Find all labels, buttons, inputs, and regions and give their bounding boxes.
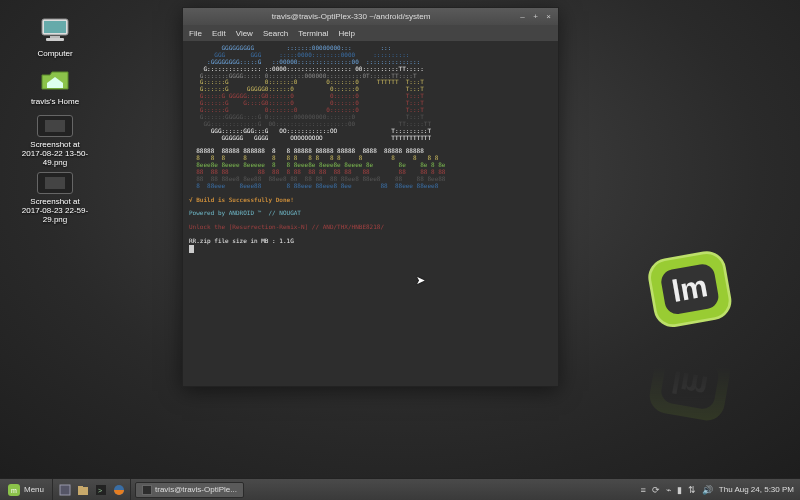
svg-rect-14 (78, 486, 83, 488)
desktop-icon-label: Computer (20, 49, 90, 58)
firefox-icon[interactable] (111, 482, 126, 497)
desktop-icon-screenshot-1[interactable]: Screenshot at 2017-08-22 13-50-49.png (20, 115, 90, 168)
menu-edit[interactable]: Edit (212, 29, 226, 38)
build-success-line: √ Build is Successfully Done! (189, 196, 294, 203)
taskbar: m Menu > travis@travis-OptiPle... ≡ ⟳ ⌁ … (0, 478, 800, 500)
terminal-window[interactable]: travis@travis-OptiPlex-330 ~/android/sys… (182, 7, 559, 387)
menu-search[interactable]: Search (263, 29, 288, 38)
home-folder-icon (39, 62, 71, 94)
svg-rect-13 (78, 487, 88, 495)
svg-rect-2 (50, 36, 60, 38)
desktop-icon-label: travis's Home (20, 97, 90, 106)
svg-rect-1 (44, 21, 66, 33)
linux-mint-logo: lm (645, 245, 735, 335)
desktop-icon-label: Screenshot at 2017-08-23 22-59-29.png (20, 197, 90, 225)
svg-text:>: > (98, 487, 102, 494)
files-icon[interactable] (75, 482, 90, 497)
system-tray: ≡ ⟳ ⌁ ▮ ⇅ 🔊 (635, 479, 719, 500)
menu-view[interactable]: View (236, 29, 253, 38)
taskbar-item-label: travis@travis-OptiPle... (155, 485, 237, 494)
powered-by-line: Powered by ANDROID ™ // NOUGAT (189, 209, 301, 216)
svg-text:lm: lm (669, 268, 710, 308)
desktop-icon-label: Screenshot at 2017-08-22 13-50-49.png (20, 140, 90, 168)
mint-menu-icon: m (8, 484, 20, 496)
window-menubar: File Edit View Search Terminal Help (183, 25, 558, 41)
menu-icon[interactable]: ≡ (641, 485, 646, 495)
image-thumb-icon (37, 115, 73, 137)
maximize-button[interactable]: + (530, 11, 541, 22)
taskbar-item-terminal[interactable]: travis@travis-OptiPle... (135, 482, 244, 498)
quick-launch: > (53, 479, 131, 500)
terminal-output[interactable]: GGGGGGGGG :::::::00000000::: ::: GGG GGG… (183, 41, 558, 386)
battery-icon[interactable]: ▮ (677, 485, 682, 495)
menu-file[interactable]: File (189, 29, 202, 38)
unlock-line: Unlock the [Resurrection-Remix-N] // AND… (189, 223, 384, 230)
svg-rect-3 (46, 38, 64, 41)
menu-terminal[interactable]: Terminal (298, 29, 328, 38)
linux-mint-logo-reflection: lm (645, 338, 735, 428)
computer-icon (39, 14, 71, 46)
network-icon[interactable]: ⇅ (688, 485, 696, 495)
desktop-icon-home[interactable]: travis's Home (20, 62, 90, 106)
taskbar-clock[interactable]: Thu Aug 24, 5:30 PM (719, 485, 800, 494)
wifi-icon[interactable]: ⌁ (666, 485, 671, 495)
update-icon[interactable]: ⟳ (652, 485, 660, 495)
close-button[interactable]: × (543, 11, 554, 22)
ascii-line: GGGGGG GGGG OOOOOOOOO TTTTTTTTTTT (189, 134, 435, 141)
start-menu-label: Menu (24, 485, 44, 494)
image-thumb-icon (37, 172, 73, 194)
desktop-icon-computer[interactable]: Computer (20, 14, 90, 58)
menu-help[interactable]: Help (338, 29, 354, 38)
volume-icon[interactable]: 🔊 (702, 485, 713, 495)
start-menu-button[interactable]: m Menu (0, 479, 53, 500)
svg-text:lm: lm (669, 365, 710, 405)
window-titlebar[interactable]: travis@travis-OptiPlex-330 ~/android/sys… (183, 8, 558, 25)
ascii-line: 8 88eee 8eee88 8 88eee 88eee8 8ee 88 88e… (189, 182, 438, 189)
minimize-button[interactable]: – (517, 11, 528, 22)
terminal-task-icon (142, 485, 152, 495)
svg-rect-12 (60, 485, 70, 495)
file-size-line: RR.zip file size in MB : 1.1G (189, 237, 294, 244)
svg-text:m: m (11, 487, 17, 494)
window-title: travis@travis-OptiPlex-330 ~/android/sys… (187, 12, 515, 21)
show-desktop-icon[interactable] (57, 482, 72, 497)
desktop-icon-screenshot-2[interactable]: Screenshot at 2017-08-23 22-59-29.png (20, 172, 90, 225)
terminal-cursor (189, 245, 194, 253)
terminal-launcher-icon[interactable]: > (93, 482, 108, 497)
